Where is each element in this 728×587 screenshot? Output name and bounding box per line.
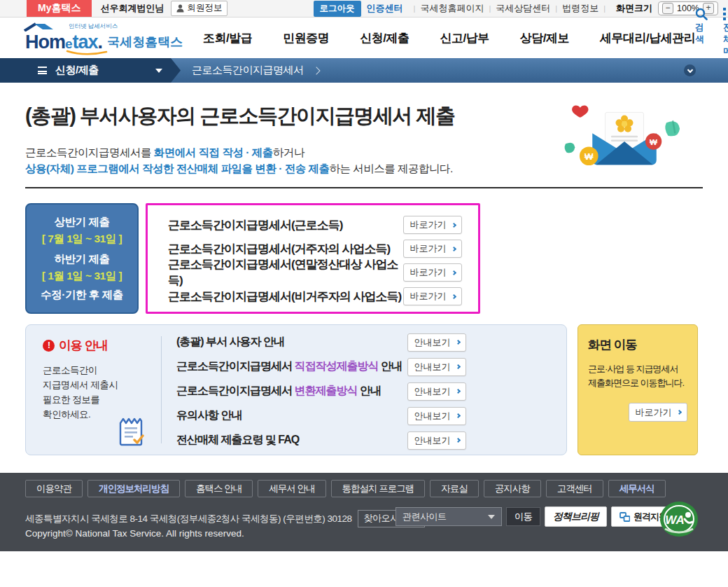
footer-hometax-guide-button[interactable]: 홈택스 안내 <box>185 480 253 497</box>
search-label: 검색 <box>695 22 708 46</box>
go-button-resident-business[interactable]: 바로가기 <box>403 240 462 258</box>
guide-button-convert-submit[interactable]: 안내보기 <box>407 382 466 401</box>
first-half-period: [ 7월 1일 ~ 31일 ] <box>27 230 137 247</box>
logo-text-e: e <box>65 36 73 51</box>
main-content: (총괄) 부서사용자의 근로소득간이지급명세서 제출 ₩ ₩ 근로소득간이지급명… <box>0 83 728 473</box>
top-utility-bar: My홈택스 선우회계법인님 회원정보 로그아웃 인증센터 | 국세청홈페이지 |… <box>0 0 728 18</box>
logo-subtitle: 국세청홈택스 <box>107 34 183 50</box>
submit-row-nonresident-business: 근로소득간이지급명세서(비거주자의 사업소득) 바로가기 <box>148 284 478 308</box>
gnb-collapse-button[interactable] <box>684 64 696 76</box>
guide-button-label: 안내보기 <box>414 410 451 422</box>
footer-terms-button[interactable]: 이용약관 <box>25 480 83 497</box>
exclamation-icon: ! <box>43 340 55 352</box>
guide-button-label: 안내보기 <box>414 361 451 373</box>
chevron-right-icon <box>455 413 460 418</box>
second-half-title: 하반기 제출 <box>27 251 137 268</box>
chevron-right-icon <box>451 270 456 275</box>
page-title: (총괄) 부서사용자의 근로소득간이지급명세서 제출 <box>25 102 455 130</box>
screen-size-label: 화면크기 <box>616 2 652 15</box>
go-button-earned-income[interactable]: 바로가기 <box>403 216 462 234</box>
guide-row-direct-write: 근로소득간이지급명세서 직접작성제출방식 안내 안내보기 <box>162 354 566 379</box>
chevron-right-icon <box>455 389 460 394</box>
screen-move-desc: 근로·사업 등 지급명세서 제출화면으로 이동합니다. <box>588 362 687 390</box>
footer-customer-center-button[interactable]: 고객센터 <box>546 480 603 497</box>
submit-links-box: 근로소득간이지급명세서(근로소득) 바로가기 근로소득간이지급명세서(거주자의 … <box>146 203 480 314</box>
guide-button-label: 안내보기 <box>414 385 451 398</box>
divider: | <box>555 4 557 13</box>
logout-button[interactable]: 로그아웃 <box>314 1 361 17</box>
zoom-out-button[interactable]: − <box>662 3 673 14</box>
envelope-illustration: ₩ ₩ <box>559 99 704 170</box>
usage-guide-title-text: 이용 안내 <box>59 337 108 354</box>
guide-button-dept-user[interactable]: 안내보기 <box>407 333 466 352</box>
screen-move-title: 화면 이동 <box>588 336 687 353</box>
go-button-label: 바로가기 <box>410 219 447 231</box>
nts-homepage-link[interactable]: 국세청홈페이지 <box>420 2 484 15</box>
go-button-label: 바로가기 <box>410 290 447 303</box>
tax-counsel-link[interactable]: 국세상담센터 <box>496 2 550 15</box>
footer-privacy-button[interactable]: 개인정보처리방침 <box>88 480 180 497</box>
related-sites-select[interactable]: 관련사이트 <box>396 507 502 526</box>
logo-swoosh-icon <box>66 50 108 55</box>
gnb-menu-dropdown[interactable]: 신청/제출 <box>0 58 181 83</box>
usage-guide-title: ! 이용 안내 <box>43 337 154 354</box>
screen-move-go-button[interactable]: 바로가기 <box>629 403 687 422</box>
divider: | <box>489 4 491 13</box>
nav-tax-agent[interactable]: 세무대리/납세관리 <box>600 30 695 46</box>
related-sites-value: 관련사이트 <box>402 511 447 523</box>
law-info-link[interactable]: 법령정보 <box>562 2 598 15</box>
guide-row-media-faq: 전산매체 제출요령 및 FAQ 안내보기 <box>162 428 566 453</box>
footer-install-program-button[interactable]: 통합설치 프로그램 <box>331 480 426 497</box>
nav-inquiry-issue[interactable]: 조회/발급 <box>203 30 252 46</box>
guide-button-label: 안내보기 <box>414 434 451 447</box>
member-info-button[interactable]: 회원정보 <box>171 1 227 16</box>
logo-roof-icon <box>24 22 55 32</box>
caret-down-icon <box>155 69 162 73</box>
desc-text: 근로소득간이지급명세서를 <box>25 146 154 158</box>
receipt-document-icon <box>118 417 144 446</box>
footer-tax-forms-button[interactable]: 세무서식 <box>608 480 666 497</box>
submit-row-label: 근로소득간이지급명세서(비거주자의 사업소득) <box>168 289 403 305</box>
submit-row-earned-income: 근로소득간이지급명세서(근로소득) 바로가기 <box>148 213 478 237</box>
gnb-menu-label: 신청/제출 <box>55 64 99 77</box>
footer-taxoffice-guide-button[interactable]: 세무서 안내 <box>258 480 326 497</box>
guide-row-convert-submit: 근로소득간이지급명세서 변환제출방식 안내 안내보기 <box>162 379 566 403</box>
first-half-title: 상반기 제출 <box>27 214 137 230</box>
go-button-label: 바로가기 <box>410 242 447 255</box>
svg-text:₩: ₩ <box>650 137 657 146</box>
go-button-label: 바로가기 <box>636 406 672 419</box>
usage-guide-desc: 근로소득간이 지급명세서 제출시 필요한 정보를 확인하세요. <box>43 363 154 422</box>
nav-report-pay[interactable]: 신고/납부 <box>440 30 489 46</box>
gnb-bar: 신청/제출 근로소득간이지급명세서 <box>0 58 728 83</box>
footer-notice-button[interactable]: 공지사항 <box>484 480 541 497</box>
go-button-nonresident-business[interactable]: 바로가기 <box>403 287 462 305</box>
nav-apply-submit[interactable]: 신청/제출 <box>360 30 409 46</box>
guide-button-direct-write[interactable]: 안내보기 <box>407 358 466 376</box>
member-info-label: 회원정보 <box>187 2 222 14</box>
auth-center-link[interactable]: 인증센터 <box>367 2 403 15</box>
my-hometax-button[interactable]: My홈택스 <box>27 0 92 17</box>
guide-button-precautions[interactable]: 안내보기 <box>407 407 466 425</box>
chevron-right-icon <box>455 340 460 345</box>
breadcrumb: 근로소득간이지급명세서 <box>192 64 319 77</box>
search-icon <box>695 8 708 20</box>
user-name: 선우회계법인님 <box>100 2 164 15</box>
nav-counsel-report[interactable]: 상담/제보 <box>520 30 569 46</box>
chevron-right-icon <box>312 67 320 74</box>
submit-row-label: 근로소득간이지급명세서(근로소득) <box>168 217 403 233</box>
hometax-logo[interactable]: 인터넷 납세서비스 Hometax. 국세청홈택스 <box>25 23 178 53</box>
header: 인터넷 납세서비스 Hometax. 국세청홈택스 조회/발급 민원증명 신청/… <box>0 18 728 58</box>
footer-archive-button[interactable]: 자료실 <box>430 480 479 497</box>
desc-text: 하거나 <box>273 146 304 158</box>
svg-text:₩: ₩ <box>584 151 594 162</box>
nav-civil-certificate[interactable]: 민원증명 <box>283 30 329 46</box>
related-sites-go-button[interactable]: 이동 <box>506 507 540 526</box>
go-button-yearend-business[interactable]: 바로가기 <box>403 263 462 282</box>
hamburger-icon <box>38 67 47 74</box>
footer-menu: 이용약관 개인정보처리방침 홈택스 안내 세무서 안내 통합설치 프로그램 자료… <box>25 480 666 497</box>
breadcrumb-current: 근로소득간이지급명세서 <box>192 64 304 77</box>
grid-menu-icon <box>723 8 728 20</box>
policy-briefing-button[interactable]: 정책브리핑 <box>545 506 607 527</box>
guide-button-media-faq[interactable]: 안내보기 <box>407 431 466 450</box>
chevron-down-icon <box>687 67 692 72</box>
